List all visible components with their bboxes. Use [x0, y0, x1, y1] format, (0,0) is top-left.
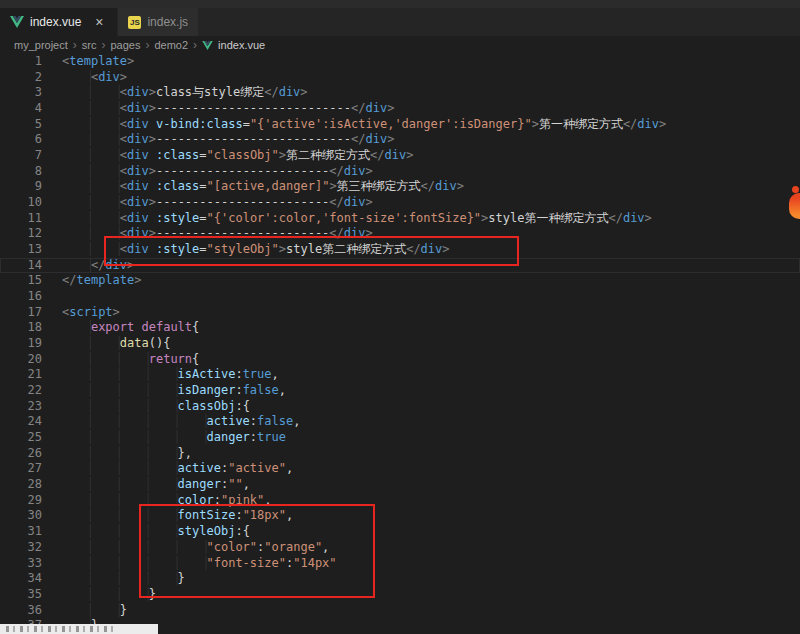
code-line[interactable]: 32 "color":"orange", — [0, 540, 800, 556]
code-line[interactable]: 30 fontSize:"18px", — [0, 508, 800, 524]
code-line[interactable]: 11 <div :style="{'color':color,'font-siz… — [0, 211, 800, 227]
code-line[interactable]: 21 isActive:true, — [0, 367, 800, 383]
line-number[interactable]: 32 — [0, 540, 42, 556]
code-line[interactable]: 17<script> — [0, 305, 800, 321]
line-number[interactable]: 24 — [0, 414, 42, 430]
line-number[interactable]: 5 — [0, 117, 42, 133]
line-content: active:"active", — [42, 461, 293, 477]
close-icon[interactable]: × — [91, 14, 107, 30]
code-token: , — [286, 461, 293, 475]
line-number[interactable]: 31 — [0, 524, 42, 540]
code-token: ------------------------ — [156, 164, 329, 178]
code-token: , — [286, 508, 293, 522]
line-number[interactable]: 26 — [0, 446, 42, 462]
code-line[interactable]: 10 <div>------------------------</div> — [0, 195, 800, 211]
code-token: div — [365, 132, 387, 146]
line-number[interactable]: 22 — [0, 383, 42, 399]
code-line[interactable]: 22 isDanger:false, — [0, 383, 800, 399]
code-line[interactable]: 14 </div> — [0, 258, 800, 274]
code-token — [149, 117, 156, 131]
code-token — [62, 383, 178, 397]
code-line[interactable]: 29 color:"pink", — [0, 493, 800, 509]
code-line[interactable]: 6 <div>---------------------------</div> — [0, 132, 800, 148]
line-number[interactable]: 25 — [0, 430, 42, 446]
code-line[interactable]: 8 <div>------------------------</div> — [0, 164, 800, 180]
code-line[interactable]: 12 <div>------------------------</div> — [0, 226, 800, 242]
code-line[interactable]: 24 active:false, — [0, 414, 800, 430]
code-token — [149, 211, 156, 225]
line-number[interactable]: 8 — [0, 164, 42, 180]
code-line[interactable]: 25 danger:true — [0, 430, 800, 446]
code-token: < — [120, 164, 127, 178]
line-number[interactable]: 18 — [0, 320, 42, 336]
code-line[interactable]: 20 return{ — [0, 352, 800, 368]
line-number[interactable]: 14 — [0, 258, 42, 274]
code-token: template — [69, 54, 127, 68]
code-token: : — [235, 367, 242, 381]
line-number[interactable]: 15 — [0, 273, 42, 289]
line-number[interactable]: 17 — [0, 305, 42, 321]
code-line[interactable]: 4 <div>---------------------------</div> — [0, 101, 800, 117]
code-line[interactable]: 9 <div :class="[active,danger]">第三种绑定方式<… — [0, 179, 800, 195]
code-line[interactable]: 5 <div v-bind:class="{'active':isActive,… — [0, 117, 800, 133]
tab-index-vue[interactable]: index.vue × — [0, 8, 118, 36]
breadcrumb-file[interactable]: index.vue — [218, 39, 265, 51]
line-number[interactable]: 21 — [0, 367, 42, 383]
code-token: div — [127, 226, 149, 240]
code-line[interactable]: 27 active:"active", — [0, 461, 800, 477]
line-number[interactable]: 1 — [0, 54, 42, 70]
code-token — [134, 320, 141, 334]
line-number[interactable]: 35 — [0, 587, 42, 603]
code-line[interactable]: 19 data(){ — [0, 336, 800, 352]
code-line[interactable]: 33 "font-size":"14px" — [0, 556, 800, 572]
code-line[interactable]: 36 } — [0, 603, 800, 619]
code-line[interactable]: 16 — [0, 289, 800, 305]
line-number[interactable]: 20 — [0, 352, 42, 368]
line-number[interactable]: 10 — [0, 195, 42, 211]
breadcrumb-item-demo2[interactable]: demo2 — [154, 39, 188, 51]
line-number[interactable]: 23 — [0, 399, 42, 415]
line-number[interactable]: 27 — [0, 461, 42, 477]
code-token: div — [127, 164, 149, 178]
code-line[interactable]: 15</template> — [0, 273, 800, 289]
code-line[interactable]: 18 export default{ — [0, 320, 800, 336]
line-number[interactable]: 34 — [0, 571, 42, 587]
code-token: </ — [406, 242, 420, 256]
line-number[interactable]: 29 — [0, 493, 42, 509]
line-number[interactable]: 13 — [0, 242, 42, 258]
line-number[interactable]: 11 — [0, 211, 42, 227]
code-line[interactable]: 26 }, — [0, 446, 800, 462]
code-token: "styleObj" — [207, 242, 279, 256]
code-line[interactable]: 2 <div> — [0, 70, 800, 86]
breadcrumb-item-my-project[interactable]: my_project — [14, 39, 68, 51]
code-line[interactable]: 1<template> — [0, 54, 800, 70]
tab-index-js[interactable]: JS index.js — [118, 8, 199, 36]
code-token: class与style绑定 — [156, 85, 264, 99]
line-number[interactable]: 2 — [0, 70, 42, 86]
code-line[interactable]: 23 classObj:{ — [0, 399, 800, 415]
code-line[interactable]: 13 <div :style="styleObj">style第二种绑定方式</… — [0, 242, 800, 258]
code-line[interactable]: 34 } — [0, 571, 800, 587]
line-number[interactable]: 30 — [0, 508, 42, 524]
line-number[interactable]: 33 — [0, 556, 42, 572]
breadcrumb-item-src[interactable]: src — [82, 39, 97, 51]
code-line[interactable]: 7 <div :class="classObj">第二种绑定方式</div> — [0, 148, 800, 164]
line-number[interactable]: 36 — [0, 603, 42, 619]
line-number[interactable]: 3 — [0, 85, 42, 101]
code-line[interactable]: 35 } — [0, 587, 800, 603]
line-number[interactable]: 12 — [0, 226, 42, 242]
code-token: > — [149, 226, 156, 240]
code-line[interactable]: 31 styleObj:{ — [0, 524, 800, 540]
line-number[interactable]: 6 — [0, 132, 42, 148]
line-number[interactable]: 19 — [0, 336, 42, 352]
line-number[interactable]: 9 — [0, 179, 42, 195]
code-line[interactable]: 3 <div>class与style绑定</div> — [0, 85, 800, 101]
line-number[interactable]: 7 — [0, 148, 42, 164]
line-content: <script> — [42, 305, 120, 321]
line-number[interactable]: 16 — [0, 289, 42, 305]
code-token: </ — [351, 132, 365, 146]
line-number[interactable]: 28 — [0, 477, 42, 493]
breadcrumb-item-pages[interactable]: pages — [110, 39, 140, 51]
line-number[interactable]: 4 — [0, 101, 42, 117]
code-line[interactable]: 28 danger:"", — [0, 477, 800, 493]
